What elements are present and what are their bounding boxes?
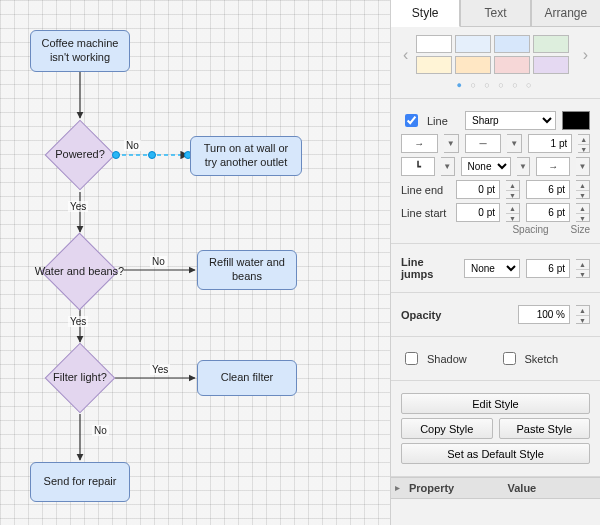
- swatch-grid: [416, 35, 574, 74]
- edit-style-button[interactable]: Edit Style: [401, 393, 590, 414]
- line-start-spacing-input[interactable]: [456, 203, 500, 222]
- node-send-repair[interactable]: Send for repair: [30, 462, 130, 502]
- copy-style-button[interactable]: Copy Style: [401, 418, 493, 439]
- dropdown-icon[interactable]: ▼: [441, 157, 455, 176]
- tab-style[interactable]: Style: [391, 0, 460, 27]
- swatch[interactable]: [533, 56, 569, 74]
- node-wall-outlet[interactable]: Turn on at wall or try another outlet: [190, 136, 302, 176]
- stepper[interactable]: ▲▼: [576, 180, 590, 199]
- opacity-input[interactable]: [518, 305, 570, 324]
- node-label: Clean filter: [221, 371, 274, 385]
- effects-section: Shadow Sketch: [391, 337, 600, 381]
- node-label: Filter light?: [53, 371, 107, 385]
- edge-label[interactable]: Yes: [150, 364, 170, 375]
- swatch-page-dots[interactable]: ● ○ ○ ○ ○ ○: [401, 80, 590, 90]
- swatch[interactable]: [416, 56, 452, 74]
- spacing-column-label: Spacing: [512, 224, 548, 235]
- opacity-label: Opacity: [401, 309, 512, 321]
- shadow-label: Shadow: [427, 353, 493, 365]
- waypoint-select[interactable]: None: [461, 157, 511, 176]
- edge-label[interactable]: Yes: [68, 201, 88, 212]
- line-end-label: Line end: [401, 184, 450, 196]
- node-label: Refill water and beans: [204, 256, 290, 284]
- line-jumps-size-input[interactable]: [526, 259, 570, 278]
- swatch[interactable]: [416, 35, 452, 53]
- panel-tabs: Style Text Arrange: [391, 0, 600, 27]
- properties-header[interactable]: ▸ Property Value: [391, 477, 600, 499]
- line-style-select[interactable]: Sharp: [465, 111, 556, 130]
- stepper[interactable]: ▲▼: [576, 203, 590, 222]
- paste-style-button[interactable]: Paste Style: [499, 418, 591, 439]
- line-jumps-section: Line jumps None ▲▼: [391, 244, 600, 293]
- dropdown-icon[interactable]: ▼: [576, 157, 590, 176]
- swatch[interactable]: [494, 35, 530, 53]
- edge-label[interactable]: No: [124, 140, 141, 151]
- swatch[interactable]: [494, 56, 530, 74]
- dropdown-icon[interactable]: ▼: [444, 134, 459, 153]
- stepper[interactable]: ▲▼: [576, 305, 590, 324]
- edge-label[interactable]: Yes: [68, 316, 88, 327]
- opacity-section: Opacity ▲▼: [391, 293, 600, 337]
- style-actions-section: Edit Style Copy Style Paste Style Set as…: [391, 381, 600, 477]
- edge-endpoint-handle[interactable]: [112, 151, 120, 159]
- size-column-label: Size: [571, 224, 590, 235]
- connector-shape-picker[interactable]: ┗: [401, 157, 435, 176]
- line-end-size-input[interactable]: [526, 180, 570, 199]
- stepper[interactable]: ▲▼: [578, 134, 590, 153]
- swatch-next-icon[interactable]: ›: [581, 46, 590, 64]
- line-jumps-select[interactable]: None: [464, 259, 520, 278]
- set-default-style-button[interactable]: Set as Default Style: [401, 443, 590, 464]
- node-label: Turn on at wall or try another outlet: [197, 142, 295, 170]
- node-label: Water and beans?: [35, 265, 124, 279]
- edge-label[interactable]: No: [150, 256, 167, 267]
- node-label: Powered?: [55, 148, 105, 162]
- node-start[interactable]: Coffee machine isn't working: [30, 30, 130, 72]
- edge-midpoint-handle[interactable]: [148, 151, 156, 159]
- swatch[interactable]: [533, 35, 569, 53]
- value-column-header: Value: [502, 478, 601, 498]
- node-refill[interactable]: Refill water and beans: [197, 250, 297, 290]
- tab-arrange[interactable]: Arrange: [531, 0, 600, 27]
- shadow-checkbox[interactable]: [405, 352, 418, 365]
- line-start-label: Line start: [401, 207, 450, 219]
- line-width-input[interactable]: [528, 134, 572, 153]
- style-swatches-section: ‹ › ● ○ ○ ○ ○ ○: [391, 27, 600, 99]
- swatch[interactable]: [455, 35, 491, 53]
- sketch-label: Sketch: [525, 353, 591, 365]
- swatch-prev-icon[interactable]: ‹: [401, 46, 410, 64]
- sketch-checkbox[interactable]: [503, 352, 516, 365]
- swatch[interactable]: [455, 56, 491, 74]
- dropdown-icon[interactable]: ▼: [507, 134, 522, 153]
- line-label: Line: [427, 115, 459, 127]
- stepper[interactable]: ▲▼: [506, 203, 520, 222]
- line-start-size-input[interactable]: [526, 203, 570, 222]
- property-column-header: Property: [403, 478, 502, 498]
- diagram-canvas[interactable]: Coffee machine isn't working Powered? Tu…: [0, 0, 390, 525]
- dropdown-icon[interactable]: ▼: [517, 157, 531, 176]
- node-label: Send for repair: [44, 475, 117, 489]
- line-section: Line Sharp →▼ ─▼ ▲▼ ┗▼ None▼ →▼ Line end…: [391, 99, 600, 244]
- stepper[interactable]: ▲▼: [576, 259, 590, 278]
- tab-text[interactable]: Text: [460, 0, 530, 27]
- node-label: Coffee machine isn't working: [37, 37, 123, 65]
- line-color-well[interactable]: [562, 111, 590, 130]
- node-clean-filter[interactable]: Clean filter: [197, 360, 297, 396]
- format-panel: Style Text Arrange ‹ › ● ○ ○ ○ ○ ○ Line: [390, 0, 600, 525]
- arrow-end-picker[interactable]: →: [401, 134, 438, 153]
- line-jumps-label: Line jumps: [401, 256, 458, 280]
- expand-icon[interactable]: ▸: [391, 478, 403, 498]
- line-dash-picker[interactable]: ─: [465, 134, 502, 153]
- line-end-spacing-input[interactable]: [456, 180, 500, 199]
- stepper[interactable]: ▲▼: [506, 180, 520, 199]
- line-enabled-checkbox[interactable]: [405, 114, 418, 127]
- edge-label[interactable]: No: [92, 425, 109, 436]
- arrow-start-picker[interactable]: →: [536, 157, 570, 176]
